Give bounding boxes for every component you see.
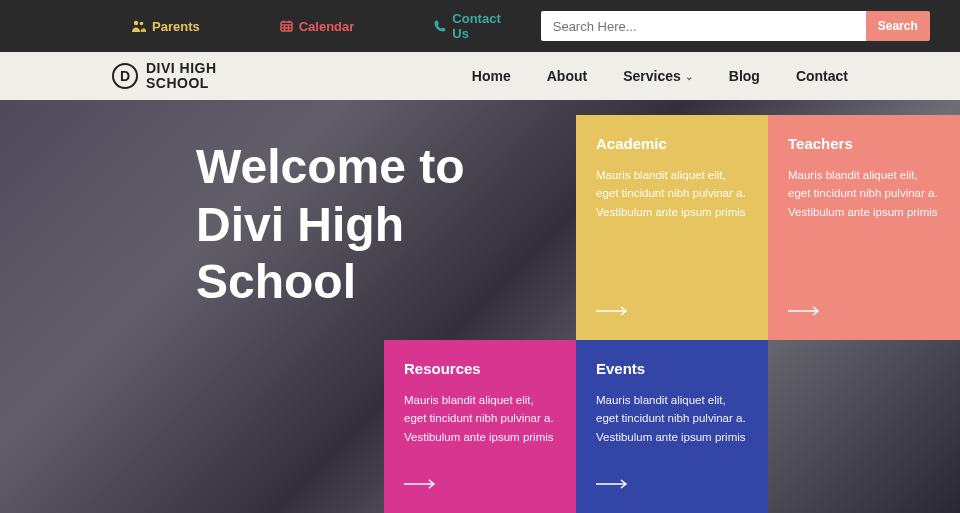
svg-point-0: [134, 21, 138, 25]
logo-line2: SCHOOL: [146, 76, 217, 91]
parents-link[interactable]: Parents: [132, 19, 200, 34]
card-resources-body: Mauris blandit aliquet elit, eget tincid…: [404, 391, 556, 463]
hero-title: Welcome to Divi High School: [196, 138, 465, 311]
calendar-link[interactable]: Calendar: [280, 19, 355, 34]
people-icon: [132, 20, 146, 32]
hero-title-line1: Welcome to: [196, 138, 465, 196]
topbar: Parents Calendar Contact Us Search: [0, 0, 960, 52]
nav-blog[interactable]: Blog: [729, 68, 760, 84]
card-events[interactable]: Events Mauris blandit aliquet elit, eget…: [576, 340, 768, 513]
logo-line1: DIVI HIGH: [146, 61, 217, 76]
contactus-link[interactable]: Contact Us: [434, 11, 500, 41]
calendar-label: Calendar: [299, 19, 355, 34]
arrow-icon: [404, 479, 556, 489]
svg-rect-2: [281, 22, 292, 31]
chevron-down-icon: ⌄: [685, 71, 693, 82]
nav-home[interactable]: Home: [472, 68, 511, 84]
svg-point-1: [140, 22, 144, 26]
card-resources[interactable]: Resources Mauris blandit aliquet elit, e…: [384, 340, 576, 513]
nav-contact[interactable]: Contact: [796, 68, 848, 84]
hero-title-line2: Divi High: [196, 196, 465, 254]
cards-row-top: Academic Mauris blandit aliquet elit, eg…: [576, 115, 960, 340]
card-academic-body: Mauris blandit aliquet elit, eget tincid…: [596, 166, 748, 290]
nav-about[interactable]: About: [547, 68, 587, 84]
card-teachers-body: Mauris blandit aliquet elit, eget tincid…: [788, 166, 940, 290]
card-events-title: Events: [596, 360, 748, 377]
card-events-body: Mauris blandit aliquet elit, eget tincid…: [596, 391, 748, 463]
card-academic-title: Academic: [596, 135, 748, 152]
search-button[interactable]: Search: [866, 11, 930, 41]
arrow-icon: [596, 479, 748, 489]
logo-mark: D: [112, 63, 138, 89]
card-resources-title: Resources: [404, 360, 556, 377]
card-teachers[interactable]: Teachers Mauris blandit aliquet elit, eg…: [768, 115, 960, 340]
cards-row-bottom: Resources Mauris blandit aliquet elit, e…: [384, 340, 768, 513]
nav-services-label: Services: [623, 68, 681, 84]
nav-services[interactable]: Services ⌄: [623, 68, 693, 84]
navbar: D DIVI HIGH SCHOOL Home About Services ⌄…: [0, 52, 960, 100]
logo[interactable]: D DIVI HIGH SCHOOL: [112, 61, 217, 90]
logo-text: DIVI HIGH SCHOOL: [146, 61, 217, 90]
arrow-icon: [596, 306, 748, 316]
arrow-icon: [788, 306, 940, 316]
navlinks: Home About Services ⌄ Blog Contact: [472, 68, 848, 84]
card-teachers-title: Teachers: [788, 135, 940, 152]
hero: Welcome to Divi High School Academic Mau…: [0, 100, 960, 513]
search-wrap: Search: [541, 11, 930, 41]
calendar-icon: [280, 20, 293, 32]
search-input[interactable]: [541, 11, 866, 41]
contactus-label: Contact Us: [452, 11, 500, 41]
hero-title-line3: School: [196, 253, 465, 311]
parents-label: Parents: [152, 19, 200, 34]
phone-icon: [434, 20, 446, 32]
card-academic[interactable]: Academic Mauris blandit aliquet elit, eg…: [576, 115, 768, 340]
